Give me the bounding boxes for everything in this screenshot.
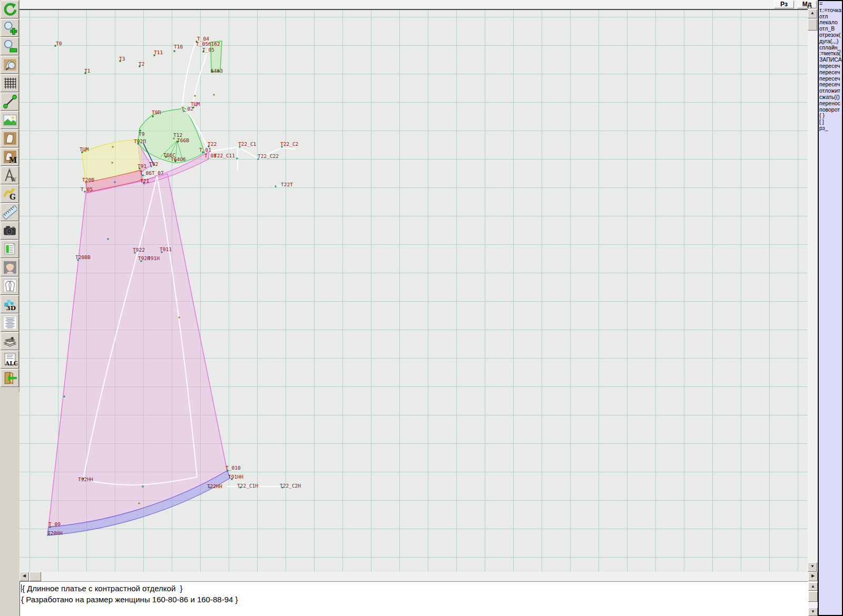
point-marker[interactable]: [112, 162, 113, 164]
point-marker[interactable]: [142, 486, 144, 488]
svg-text:G: G: [9, 193, 15, 201]
table-button[interactable]: [1, 240, 19, 258]
point-label: Т_05: [202, 47, 214, 53]
table-icon: [3, 242, 17, 256]
jacket-icon: [3, 279, 17, 293]
vscroll-up-button[interactable]: ▲: [808, 9, 817, 18]
portrait-button[interactable]: [1, 259, 19, 276]
point-label: Т1: [84, 68, 91, 74]
3d-button[interactable]: 3D: [1, 295, 19, 313]
zoom-out-button[interactable]: [1, 37, 19, 55]
point-marker[interactable]: [237, 158, 238, 160]
point-label: Т3: [119, 56, 125, 62]
textscroll-down-button[interactable]: ▼: [808, 608, 818, 616]
point-label: Т9П: [152, 110, 161, 115]
hscroll-left-button[interactable]: ◀: [19, 572, 29, 581]
textscroll-up-button[interactable]: ▲: [808, 582, 818, 591]
refresh-icon: [3, 2, 17, 17]
piece-skirt-front[interactable]: [48, 174, 227, 527]
ruler-button[interactable]: [1, 203, 19, 221]
text-doc-icon: [3, 315, 17, 330]
text-doc-button[interactable]: [1, 314, 19, 332]
refresh-button[interactable]: [1, 1, 19, 18]
zoom-in-button[interactable]: [1, 19, 19, 37]
pattern-m-button[interactable]: M: [1, 148, 19, 166]
grid-icon: [3, 76, 17, 91]
text-caret: [21, 584, 22, 592]
command-item-16[interactable]: перенос: [819, 101, 842, 107]
point-label: Т16: [174, 44, 183, 49]
compass-w-icon: W: [3, 168, 17, 183]
point-label: Т9: [139, 131, 145, 137]
point-label: Т_02: [181, 106, 193, 112]
text-vscrollbar[interactable]: ▲ ▼: [808, 582, 818, 616]
md-button[interactable]: Мд: [797, 1, 817, 8]
command-item-10[interactable]: пересеч: [819, 63, 842, 69]
point-label: Т91: [138, 163, 146, 169]
point-label: Т22_С22: [258, 153, 279, 159]
point-label: Т22_С2: [280, 141, 298, 147]
canvas-vscrollbar[interactable]: ▲ ▼: [808, 9, 817, 572]
point-label: Т91НН: [228, 474, 243, 480]
algorithm-text-panel[interactable]: { Длинное платье с контрастной отделкой …: [19, 581, 808, 616]
point-label: Т20НН: [47, 530, 63, 536]
rz-button[interactable]: Рз: [774, 1, 794, 8]
point-marker[interactable]: [139, 503, 140, 504]
textscroll-thumb[interactable]: [808, 591, 818, 602]
point-marker[interactable]: [213, 94, 215, 96]
point-marker[interactable]: [194, 95, 196, 97]
point-label: б4б3: [211, 68, 223, 74]
point-label: Т_06Т_07: [140, 170, 164, 176]
svg-text:W: W: [11, 176, 17, 183]
command-item-15[interactable]: сжать((): [819, 94, 842, 101]
hscroll-thumb[interactable]: [30, 572, 41, 581]
image-button[interactable]: [1, 111, 19, 129]
point-marker[interactable]: [107, 239, 109, 240]
point-marker[interactable]: [114, 182, 116, 183]
svg-text:ALG: ALG: [4, 360, 17, 367]
vscroll-down-button[interactable]: ▼: [808, 562, 817, 572]
point-label: Т22: [208, 141, 217, 147]
pattern-drawing: Т0Т3Т2Т1Т11Т16Т_04Т_05б1б2Т_05б4б3ТЦМТ_0…: [19, 10, 808, 573]
grid-button[interactable]: [1, 74, 19, 92]
zoom-piece-button[interactable]: [1, 56, 19, 74]
alg-button[interactable]: ALG: [1, 351, 19, 369]
compass-w-button[interactable]: W: [1, 166, 19, 184]
books-button[interactable]: [1, 332, 19, 350]
point-label: Т21: [140, 178, 149, 184]
point-marker[interactable]: [152, 116, 154, 117]
exit-button[interactable]: [1, 369, 19, 387]
code-line-1: { Длинное платье с контрастной отделкой …: [21, 583, 808, 594]
tape-g-button[interactable]: G: [1, 185, 19, 203]
point-label: Т0: [56, 41, 62, 46]
pattern-piece-icon: [3, 131, 17, 146]
point-marker[interactable]: [179, 317, 180, 319]
camera-button[interactable]: [1, 222, 19, 240]
point-marker[interactable]: [275, 186, 277, 187]
point-label: Т92П: [134, 138, 146, 144]
command-item-5[interactable]: отрезок(: [819, 32, 842, 38]
point-label: Т22_С11: [214, 153, 235, 158]
canvas-hscrollbar[interactable]: ◀ ▶: [19, 572, 818, 581]
command-item-20[interactable]: рз_: [819, 125, 842, 132]
segment-button[interactable]: [1, 93, 19, 111]
command-item-11[interactable]: пересеч: [819, 69, 842, 76]
pattern-m-icon: M: [3, 150, 17, 164]
point-marker[interactable]: [112, 146, 114, 148]
command-item-6[interactable]: дуга(,,,): [819, 38, 842, 45]
zoom-out-icon: [3, 39, 17, 54]
point-label: Т22НН: [207, 483, 222, 489]
tape-g-icon: G: [3, 186, 17, 201]
point-label: Т92: [149, 161, 158, 167]
point-marker[interactable]: [64, 396, 65, 398]
drawing-canvas[interactable]: Т0Т3Т2Т1Т11Т16Т_04Т_05б1б2Т_05б4б3ТЦМТ_0…: [19, 9, 808, 572]
point-marker[interactable]: [174, 51, 175, 52]
hscroll-right-button[interactable]: ▶: [808, 572, 818, 581]
jacket-button[interactable]: [1, 277, 19, 295]
vscroll-thumb[interactable]: [808, 19, 817, 31]
point-label: Т_09: [48, 521, 61, 527]
pattern-piece-button[interactable]: [1, 130, 19, 147]
command-item-1[interactable]: т.:=точка: [819, 7, 842, 14]
point-label: Т_010: [226, 465, 241, 471]
point-label: Т20ВВ: [75, 254, 91, 260]
